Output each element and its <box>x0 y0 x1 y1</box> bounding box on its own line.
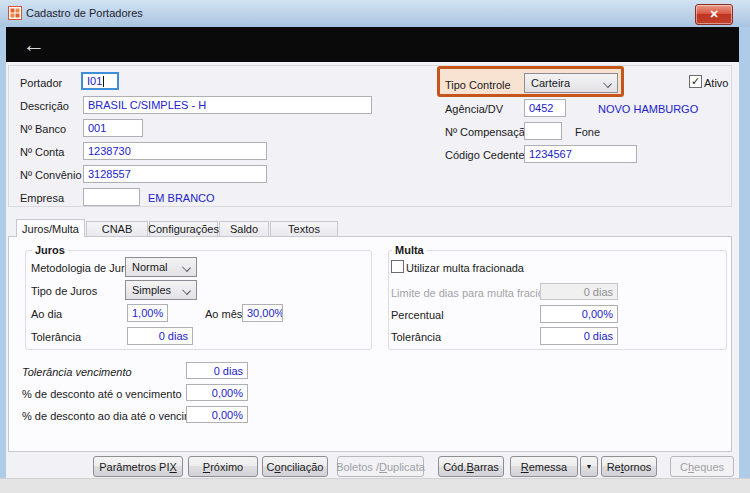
banco-label: Nº Banco <box>20 123 66 135</box>
compensacao-label: Nº Compensação <box>445 126 531 138</box>
tolerancia-vencimento-label: Tolerância vencimento <box>22 366 132 378</box>
compensacao-field[interactable] <box>524 122 562 140</box>
conta-label: Nº Conta <box>20 146 64 158</box>
convenio-field[interactable]: 3128557 <box>83 165 267 183</box>
tolerancia-juros-label: Tolerância <box>31 331 81 343</box>
empresa-note: EM BRANCO <box>148 192 215 204</box>
tab-textos[interactable]: Textos <box>270 221 338 236</box>
header-bar: ← <box>6 27 739 62</box>
retornos-button[interactable]: Retornos <box>601 456 657 477</box>
convenio-label: Nº Convênio <box>20 169 82 181</box>
cedente-field[interactable]: 1234567 <box>524 145 637 163</box>
remessa-button[interactable]: Remessa <box>510 456 578 477</box>
conciliacao-button[interactable]: Conciliação <box>262 456 328 477</box>
ativo-label: Ativo <box>704 77 728 89</box>
banco-field[interactable]: 001 <box>83 119 143 137</box>
chevron-down-icon <box>182 286 191 295</box>
descricao-label: Descrição <box>20 100 69 112</box>
tolerancia-multa-label: Tolerância <box>391 331 441 343</box>
chevron-down-icon <box>603 79 612 88</box>
tolerancia-juros-field[interactable]: 0 dias <box>127 327 193 345</box>
percentual-label: Percentual <box>391 309 444 321</box>
portador-field[interactable]: I01 <box>81 72 119 90</box>
tipo-juros-label: Tipo de Juros <box>31 285 97 297</box>
tipo-controle-label: Tipo Controle <box>445 79 511 91</box>
ao-mes-label: Ao mês <box>205 308 242 320</box>
boletos-duplicata-button: Boletos / Duplicata <box>337 456 424 477</box>
ativo-checkbox[interactable]: ✓ <box>689 75 702 88</box>
metodologia-dropdown[interactable]: Normal <box>125 257 197 277</box>
metodologia-label: Metodologia de Juros <box>31 262 136 274</box>
window-frame-right <box>739 27 750 478</box>
ao-dia-field[interactable]: 1,00% <box>127 304 168 322</box>
juros-group-title: Juros <box>32 244 68 256</box>
cedente-label: Código Cedente <box>445 149 525 161</box>
desconto-ate-label: % de desconto até o vencimento <box>22 388 182 400</box>
close-icon: ✕ <box>709 8 718 21</box>
conta-field[interactable]: 1238730 <box>83 142 267 160</box>
check-icon: ✓ <box>691 75 700 87</box>
ao-mes-field[interactable]: 30,00% <box>242 304 283 322</box>
desconto-ate-field[interactable]: 0,00% <box>186 384 248 401</box>
close-button[interactable]: ✕ <box>695 4 733 25</box>
remessa-dropdown-button[interactable]: ▼ <box>580 456 598 477</box>
tab-juros-multa[interactable]: Juros/Multa <box>16 219 85 237</box>
window-cadastro-portadores: Cadastro de Portadores ✕ ← Portador I01 … <box>0 0 750 478</box>
empresa-field[interactable] <box>83 188 140 206</box>
empresa-label: Empresa <box>20 192 64 204</box>
percentual-field[interactable]: 0,00% <box>540 305 618 323</box>
fone-label: Fone <box>575 126 600 138</box>
utilizar-multa-label: Utilizar multa fracionada <box>406 262 524 274</box>
desconto-dia-field[interactable]: 0,00% <box>186 406 248 423</box>
ao-dia-label: Ao dia <box>31 308 62 320</box>
titlebar[interactable]: Cadastro de Portadores ✕ <box>0 0 750 28</box>
utilizar-multa-checkbox[interactable] <box>391 260 404 273</box>
screen: Cadastro de Portadores ✕ ← Portador I01 … <box>0 0 750 493</box>
agencia-note: NOVO HAMBURGO <box>598 103 698 115</box>
tipo-juros-dropdown[interactable]: Simples <box>125 280 197 300</box>
window-title: Cadastro de Portadores <box>26 7 143 19</box>
back-arrow-button[interactable]: ← <box>22 28 45 61</box>
parametros-pix-button[interactable]: Parâmetros PIX <box>93 456 183 477</box>
cod-barras-button[interactable]: Cód. Barras <box>438 456 504 477</box>
app-icon <box>8 6 22 20</box>
chevron-down-icon <box>182 263 191 272</box>
background-strip <box>0 478 750 493</box>
tolerancia-multa-field[interactable]: 0 dias <box>540 327 618 345</box>
tab-cnab[interactable]: CNAB <box>86 221 148 236</box>
limite-dias-field: 0 dias <box>540 283 618 300</box>
portador-label: Portador <box>20 77 62 89</box>
window-frame-left <box>0 27 6 478</box>
agencia-field[interactable]: 0452 <box>524 99 566 117</box>
tolerancia-vencimento-field[interactable]: 0 dias <box>186 362 248 379</box>
dropdown-arrow-icon: ▼ <box>586 463 593 470</box>
tab-saldo[interactable]: Saldo <box>219 221 269 236</box>
proximo-button[interactable]: Próximo <box>188 456 258 477</box>
multa-group-title: Multa <box>392 244 427 256</box>
tab-configuracoes[interactable]: Configurações <box>149 221 218 236</box>
descricao-field[interactable]: BRASIL C/SIMPLES - H <box>83 96 372 114</box>
cheques-button: Cheques <box>670 456 734 477</box>
agencia-label: Agência/DV <box>445 103 503 115</box>
tipo-controle-dropdown[interactable]: Carteira <box>524 73 618 93</box>
text-cursor <box>103 76 104 87</box>
